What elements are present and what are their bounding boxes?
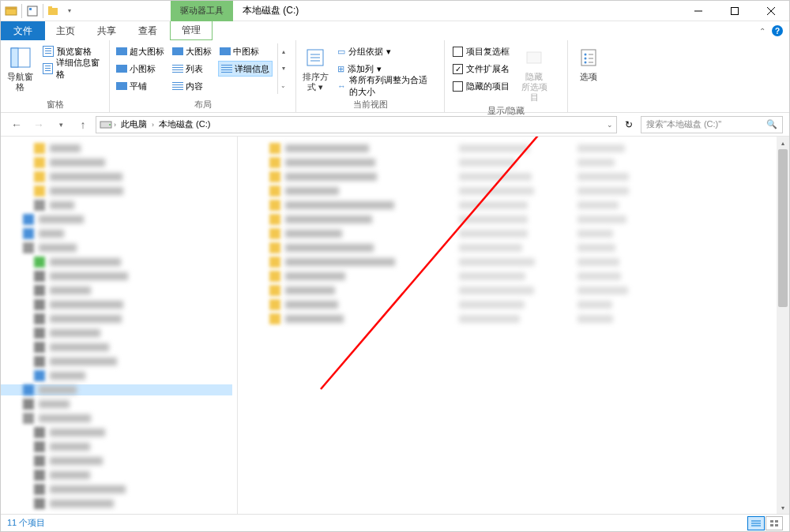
- layout-more-icon[interactable]: ▴▾⌄: [277, 43, 288, 94]
- nav-tree-item[interactable]: [12, 214, 84, 225]
- nav-tree-item[interactable]: [12, 285, 91, 296]
- layout-medium[interactable]: 中图标: [218, 43, 273, 59]
- ribbon-tabs: 文件 主页 共享 查看 管理 ⌃ ?: [1, 21, 789, 40]
- nav-tree-item[interactable]: [12, 328, 100, 339]
- nav-tree-item[interactable]: [12, 299, 123, 310]
- address-bar: ← → ▾ ↑ › 此电脑 › 本地磁盘 (C:) ⌄ ↻ 搜索"本地磁盘 (C…: [1, 113, 789, 137]
- ribbon-group-options: 选项: [568, 40, 609, 112]
- layout-tiles[interactable]: 平铺: [115, 78, 166, 94]
- svg-point-19: [585, 58, 587, 60]
- list-item[interactable]: [269, 200, 394, 211]
- search-icon[interactable]: 🔍: [766, 119, 777, 129]
- nav-tree-item[interactable]: [12, 200, 74, 211]
- nav-tree-item[interactable]: [12, 427, 105, 438]
- layout-details[interactable]: 详细信息: [218, 61, 273, 77]
- nav-tree-item[interactable]: [12, 455, 103, 466]
- nav-tree-item[interactable]: [12, 313, 122, 324]
- list-item[interactable]: [269, 271, 345, 282]
- nav-tree-item[interactable]: [12, 441, 90, 452]
- explorer-window: ▾ 驱动器工具 本地磁盘 (C:) 文件 主页 共享 查看 管理 ⌃ ? 导航窗…: [0, 0, 790, 532]
- tab-share[interactable]: 共享: [86, 21, 127, 40]
- size-columns-button[interactable]: ↔将所有列调整为合适的大小: [334, 78, 439, 94]
- sort-by-button[interactable]: 排序方式 ▾: [301, 43, 329, 92]
- tab-file[interactable]: 文件: [1, 21, 45, 40]
- nav-tree-item[interactable]: [12, 228, 64, 239]
- ribbon-group-layout: 超大图标 大图标 中图标 小图标 列表 详细信息 平铺 内容 ▴▾⌄ 布局: [110, 40, 296, 112]
- quick-access-toolbar: ▾: [1, 4, 80, 18]
- help-icon[interactable]: ?: [772, 25, 783, 36]
- nav-tree-item[interactable]: [12, 242, 77, 253]
- svg-point-20: [585, 62, 587, 64]
- crumb-drive[interactable]: 本地磁盘 (C:): [156, 118, 213, 130]
- nav-pane-button[interactable]: 导航窗格: [6, 43, 35, 92]
- list-item[interactable]: [269, 214, 372, 225]
- history-dropdown-icon[interactable]: ⌄: [607, 121, 613, 129]
- file-extensions-toggle[interactable]: ✓文件扩展名: [450, 61, 513, 77]
- list-item[interactable]: [269, 185, 339, 197]
- svg-rect-16: [527, 52, 541, 63]
- nav-tree-item[interactable]: [12, 257, 121, 268]
- new-folder-icon[interactable]: [47, 4, 61, 18]
- nav-tree-item[interactable]: [12, 470, 90, 481]
- nav-tree-item[interactable]: [12, 370, 85, 381]
- search-input[interactable]: 搜索"本地磁盘 (C:)" 🔍: [641, 116, 783, 133]
- nav-tree-item[interactable]: [12, 413, 91, 424]
- recent-dropdown-icon[interactable]: ▾: [51, 115, 70, 134]
- tab-view[interactable]: 查看: [127, 21, 168, 40]
- forward-button[interactable]: →: [29, 115, 48, 134]
- list-item[interactable]: [269, 242, 374, 253]
- list-item[interactable]: [269, 257, 395, 268]
- contextual-tab-header: 驱动器工具: [171, 1, 233, 21]
- layout-list[interactable]: 列表: [171, 61, 213, 77]
- nav-tree-item[interactable]: [12, 356, 117, 367]
- nav-tree-item[interactable]: [12, 484, 126, 495]
- view-details-icon[interactable]: [747, 516, 765, 530]
- status-bar: 11 个项目: [1, 514, 789, 531]
- group-by-button[interactable]: ▭分组依据 ▾: [334, 43, 439, 59]
- app-icon[interactable]: [4, 4, 18, 18]
- view-large-icon[interactable]: [766, 516, 783, 530]
- layout-extra-large[interactable]: 超大图标: [115, 43, 166, 59]
- layout-large[interactable]: 大图标: [171, 43, 213, 59]
- up-button[interactable]: ↑: [73, 115, 92, 134]
- list-item[interactable]: [269, 299, 338, 310]
- nav-tree-item[interactable]: [12, 171, 122, 182]
- qat-dropdown-icon[interactable]: ▾: [62, 4, 77, 18]
- tab-manage[interactable]: 管理: [170, 21, 213, 40]
- nav-tree-item[interactable]: [12, 143, 81, 154]
- list-item[interactable]: [269, 313, 344, 324]
- refresh-button[interactable]: ↻: [620, 119, 638, 130]
- minimize-button[interactable]: [680, 1, 717, 21]
- layout-content[interactable]: 内容: [171, 78, 213, 94]
- navigation-pane[interactable]: /* generated below by loop */ ▴ ▾: [1, 137, 238, 514]
- details-pane-button[interactable]: 详细信息窗格: [40, 61, 104, 77]
- close-button[interactable]: [753, 1, 789, 21]
- maximize-button[interactable]: [717, 1, 753, 21]
- nav-tree-item[interactable]: [1, 384, 232, 395]
- list-item[interactable]: [269, 285, 335, 296]
- layout-small[interactable]: 小图标: [115, 61, 166, 77]
- svg-rect-30: [770, 520, 773, 523]
- breadcrumb[interactable]: › 此电脑 › 本地磁盘 (C:) ⌄: [96, 116, 617, 133]
- list-item[interactable]: [269, 228, 342, 239]
- nav-tree-item[interactable]: [12, 185, 123, 197]
- collapse-ribbon-icon[interactable]: ⌃: [759, 27, 766, 36]
- file-list[interactable]: [238, 137, 789, 514]
- item-checkboxes-toggle[interactable]: 项目复选框: [450, 43, 513, 59]
- nav-tree-item[interactable]: [12, 498, 114, 509]
- list-item[interactable]: [269, 143, 369, 154]
- nav-tree-item[interactable]: [12, 342, 109, 353]
- list-item[interactable]: [269, 157, 375, 168]
- content-area: /* generated below by loop */ ▴ ▾: [1, 137, 789, 514]
- svg-rect-2: [28, 6, 37, 16]
- nav-tree-item[interactable]: [12, 271, 128, 282]
- nav-tree-item[interactable]: [12, 157, 105, 168]
- tab-home[interactable]: 主页: [45, 21, 86, 40]
- hidden-items-toggle[interactable]: 隐藏的项目: [450, 78, 513, 94]
- nav-tree-item[interactable]: [12, 399, 70, 410]
- options-button[interactable]: 选项: [573, 43, 604, 82]
- crumb-this-pc[interactable]: 此电脑: [118, 118, 150, 130]
- properties-icon[interactable]: [25, 4, 40, 18]
- list-item[interactable]: [269, 171, 377, 182]
- back-button[interactable]: ←: [7, 115, 26, 134]
